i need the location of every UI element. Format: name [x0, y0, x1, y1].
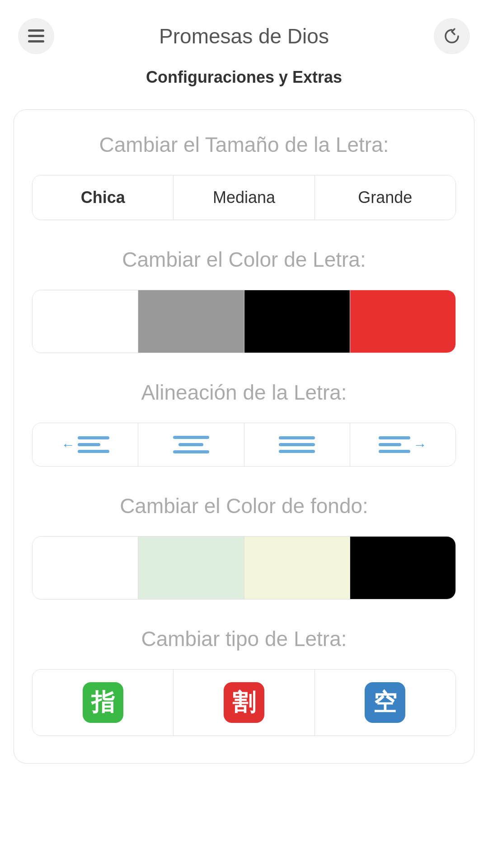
align-right-button[interactable]: →	[350, 423, 455, 466]
bg-color-title: Cambiar el Color de fondo:	[32, 494, 456, 518]
font-type-title: Cambiar tipo de Letra:	[32, 627, 456, 651]
font-color-selector	[32, 290, 456, 353]
menu-button[interactable]	[18, 18, 54, 54]
font-size-grande[interactable]: Grande	[315, 175, 455, 220]
align-justify-icon	[279, 436, 315, 453]
bg-color-black[interactable]	[350, 537, 455, 599]
font-color-black[interactable]	[244, 290, 350, 353]
font-color-white[interactable]	[33, 290, 138, 353]
font-size-chica[interactable]: Chica	[33, 175, 174, 220]
font-size-selector: Chica Mediana Grande	[32, 175, 456, 220]
header: Promesas de Dios	[0, 0, 488, 63]
font-type-green[interactable]: 指	[33, 670, 174, 736]
svg-rect-2	[28, 40, 44, 42]
font-color-title: Cambiar el Color de Letra:	[32, 247, 456, 272]
align-justify-button[interactable]	[244, 423, 350, 466]
font-color-red[interactable]	[350, 290, 455, 353]
font-size-mediana[interactable]: Mediana	[174, 175, 314, 220]
font-size-title: Cambiar el Tamaño de la Letra:	[32, 132, 456, 157]
font-type-selector: 指 割 空	[32, 669, 456, 736]
page-title: Promesas de Dios	[159, 24, 329, 48]
kanji-red-badge: 割	[224, 682, 264, 723]
svg-rect-1	[28, 35, 44, 37]
bg-color-white[interactable]	[33, 537, 138, 599]
font-type-red[interactable]: 割	[174, 670, 314, 736]
bg-color-yellow[interactable]	[244, 537, 350, 599]
align-center-icon	[173, 436, 209, 453]
align-left-icon: ←	[61, 436, 109, 453]
align-center-button[interactable]	[138, 423, 244, 466]
font-type-blue[interactable]: 空	[315, 670, 455, 736]
align-left-button[interactable]: ←	[33, 423, 138, 466]
align-right-icon: →	[379, 436, 427, 453]
bg-color-selector	[32, 536, 456, 599]
kanji-green-badge: 指	[83, 682, 123, 723]
font-color-gray[interactable]	[138, 290, 244, 353]
page-subtitle: Configuraciones y Extras	[0, 63, 488, 100]
kanji-blue-badge: 空	[365, 682, 405, 723]
settings-card: Cambiar el Tamaño de la Letra: Chica Med…	[14, 109, 474, 764]
undo-button[interactable]	[434, 18, 470, 54]
alignment-selector: ←	[32, 423, 456, 467]
svg-rect-0	[28, 29, 44, 32]
alignment-title: Alineación de la Letra:	[32, 380, 456, 405]
bg-color-green[interactable]	[138, 537, 244, 599]
